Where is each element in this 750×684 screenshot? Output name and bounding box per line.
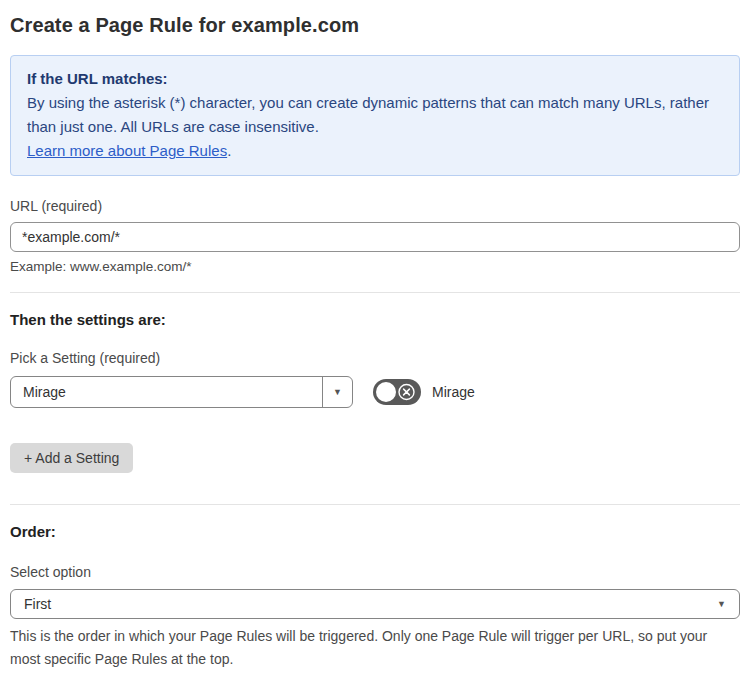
divider — [10, 504, 740, 505]
info-box-link-line: Learn more about Page Rules. — [27, 139, 723, 163]
setting-select[interactable]: Mirage ▼ — [10, 376, 353, 408]
order-helper-text: This is the order in which your Page Rul… — [10, 625, 732, 671]
toggle-setting-label: Mirage — [432, 384, 475, 400]
url-input[interactable] — [10, 222, 740, 252]
url-matches-info-box: If the URL matches: By using the asteris… — [10, 55, 740, 176]
page-title: Create a Page Rule for example.com — [10, 14, 740, 37]
divider — [10, 292, 740, 293]
add-setting-button[interactable]: + Add a Setting — [10, 443, 133, 473]
url-field-label: URL (required) — [10, 198, 740, 214]
toggle-knob — [376, 382, 396, 402]
mirage-toggle[interactable] — [373, 379, 421, 405]
toggle-off-graphic — [373, 379, 421, 405]
chevron-down-icon: ▼ — [717, 599, 726, 609]
url-example-helper: Example: www.example.com/* — [10, 259, 740, 274]
chevron-down-icon: ▼ — [333, 387, 342, 397]
order-select-value: First — [24, 596, 51, 612]
setting-select-arrow-button[interactable]: ▼ — [322, 377, 352, 407]
pick-setting-label: Pick a Setting (required) — [10, 350, 740, 366]
order-section-heading: Order: — [10, 523, 740, 540]
order-select-label: Select option — [10, 564, 740, 580]
learn-more-link[interactable]: Learn more about Page Rules — [27, 142, 227, 159]
setting-select-value: Mirage — [11, 377, 322, 407]
order-select[interactable]: First ▼ — [10, 589, 740, 619]
create-page-rule-form: Create a Page Rule for example.com If th… — [0, 0, 750, 684]
settings-section-heading: Then the settings are: — [10, 311, 740, 328]
setting-row: Mirage ▼ Mirage — [10, 376, 740, 408]
info-box-body: By using the asterisk (*) character, you… — [27, 91, 717, 139]
info-box-heading: If the URL matches: — [27, 67, 723, 91]
link-suffix: . — [227, 142, 231, 159]
